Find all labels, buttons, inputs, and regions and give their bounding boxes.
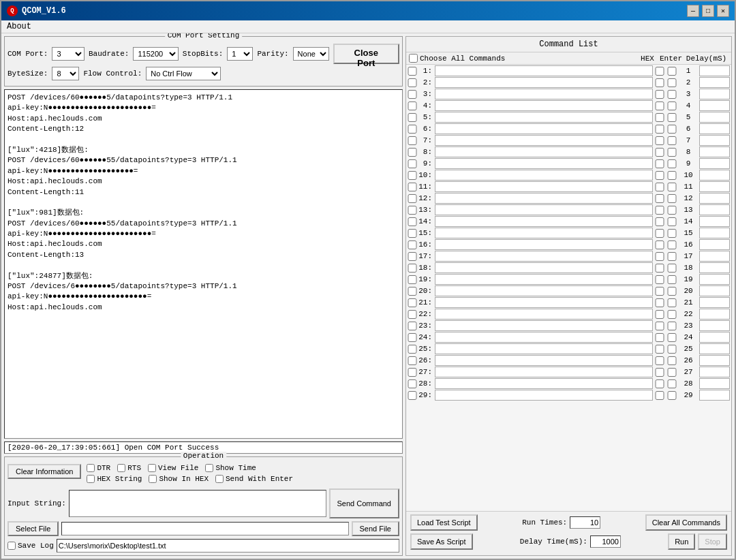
save-log-checkbox[interactable] bbox=[7, 542, 16, 550]
cmd-row-checkbox[interactable] bbox=[408, 171, 417, 180]
cmd-row-checkbox[interactable] bbox=[408, 102, 417, 110]
view-file-checkbox-item[interactable]: View File bbox=[148, 464, 198, 472]
cmd-enter-checkbox[interactable] bbox=[666, 345, 677, 354]
select-file-button[interactable]: Select File bbox=[7, 521, 59, 536]
cmd-enter-checkbox[interactable] bbox=[666, 194, 677, 203]
cmd-enter-checkbox[interactable] bbox=[666, 298, 677, 307]
cmd-enter-checkbox[interactable] bbox=[666, 287, 677, 296]
cmd-row-input[interactable] bbox=[435, 112, 653, 123]
cmd-enter-checkbox[interactable] bbox=[666, 229, 677, 238]
cmd-hex-checkbox[interactable] bbox=[654, 333, 665, 342]
close-port-button[interactable]: Close Port bbox=[333, 44, 399, 64]
cmd-hex-checkbox[interactable] bbox=[654, 102, 665, 110]
cmd-row-delay-input[interactable] bbox=[699, 158, 730, 169]
cmd-hex-checkbox[interactable] bbox=[654, 391, 665, 400]
cmd-row-input[interactable] bbox=[435, 332, 653, 343]
cmd-hex-checkbox[interactable] bbox=[654, 78, 665, 87]
cmd-enter-checkbox[interactable] bbox=[666, 356, 677, 365]
cmd-enter-checkbox[interactable] bbox=[666, 379, 677, 388]
cmd-hex-checkbox[interactable] bbox=[654, 113, 665, 122]
cmd-row-checkbox[interactable] bbox=[408, 298, 417, 307]
cmd-row-checkbox[interactable] bbox=[408, 368, 417, 377]
cmd-row-delay-input[interactable] bbox=[699, 216, 730, 227]
cmd-row-input[interactable] bbox=[435, 262, 653, 273]
stopbits-select[interactable]: 1 bbox=[227, 47, 253, 61]
cmd-row-checkbox[interactable] bbox=[408, 356, 417, 365]
cmd-enter-checkbox[interactable] bbox=[666, 102, 677, 110]
cmd-enter-checkbox[interactable] bbox=[666, 171, 677, 180]
cmd-row-delay-input[interactable] bbox=[699, 367, 730, 377]
cmd-enter-checkbox[interactable] bbox=[666, 217, 677, 226]
cmd-hex-checkbox[interactable] bbox=[654, 322, 665, 330]
cmd-hex-checkbox[interactable] bbox=[654, 275, 665, 284]
cmd-row-delay-input[interactable] bbox=[699, 355, 730, 366]
cmd-hex-checkbox[interactable] bbox=[654, 345, 665, 354]
load-script-button[interactable]: Load Test Script bbox=[410, 514, 478, 531]
cmd-row-delay-input[interactable] bbox=[699, 123, 730, 134]
cmd-row-delay-input[interactable] bbox=[699, 146, 730, 157]
cmd-row-input[interactable] bbox=[435, 378, 653, 389]
cmd-row-input[interactable] bbox=[435, 320, 653, 331]
run-button[interactable]: Run bbox=[668, 533, 695, 550]
cmd-enter-checkbox[interactable] bbox=[666, 322, 677, 330]
minimize-button[interactable]: — bbox=[687, 5, 699, 17]
cmd-hex-checkbox[interactable] bbox=[654, 298, 665, 307]
cmd-enter-checkbox[interactable] bbox=[666, 113, 677, 122]
cmd-row-checkbox[interactable] bbox=[408, 113, 417, 122]
bytesize-select[interactable]: 8 bbox=[52, 67, 79, 80]
cmd-row-checkbox[interactable] bbox=[408, 275, 417, 284]
cmd-row-checkbox[interactable] bbox=[408, 183, 417, 191]
stop-button[interactable]: Stop bbox=[698, 533, 727, 550]
show-in-hex-checkbox-item[interactable]: Show In HEX bbox=[149, 475, 209, 483]
cmd-row-checkbox[interactable] bbox=[408, 391, 417, 400]
cmd-row-delay-input[interactable] bbox=[699, 378, 730, 389]
cmd-hex-checkbox[interactable] bbox=[654, 125, 665, 134]
rts-checkbox-item[interactable]: RTS bbox=[117, 464, 141, 472]
cmd-enter-checkbox[interactable] bbox=[666, 310, 677, 319]
cmd-row-input[interactable] bbox=[435, 193, 653, 204]
cmd-enter-checkbox[interactable] bbox=[666, 159, 677, 168]
cmd-hex-checkbox[interactable] bbox=[654, 264, 665, 273]
cmd-hex-checkbox[interactable] bbox=[654, 368, 665, 377]
cmd-row-delay-input[interactable] bbox=[699, 135, 730, 146]
baudrate-select[interactable]: 115200 bbox=[133, 47, 178, 61]
cmd-row-input[interactable] bbox=[435, 297, 653, 308]
show-time-checkbox[interactable] bbox=[205, 464, 213, 472]
cmd-row-input[interactable] bbox=[435, 274, 653, 285]
cmd-enter-checkbox[interactable] bbox=[666, 67, 677, 76]
cmd-enter-checkbox[interactable] bbox=[666, 264, 677, 273]
cmd-hex-checkbox[interactable] bbox=[654, 171, 665, 180]
maximize-button[interactable]: □ bbox=[702, 5, 714, 17]
cmd-row-input[interactable] bbox=[435, 239, 653, 250]
cmd-row-checkbox[interactable] bbox=[408, 136, 417, 145]
show-time-checkbox-item[interactable]: Show Time bbox=[205, 464, 256, 472]
cmd-row-input[interactable] bbox=[435, 123, 653, 134]
cmd-hex-checkbox[interactable] bbox=[654, 136, 665, 145]
cmd-row-input[interactable] bbox=[435, 100, 653, 111]
cmd-enter-checkbox[interactable] bbox=[666, 148, 677, 157]
run-times-input[interactable] bbox=[570, 516, 600, 529]
cmd-row-checkbox[interactable] bbox=[408, 345, 417, 354]
cmd-enter-checkbox[interactable] bbox=[666, 206, 677, 215]
cmd-row-input[interactable] bbox=[435, 367, 653, 377]
cmd-row-delay-input[interactable] bbox=[699, 181, 730, 192]
cmd-row-delay-input[interactable] bbox=[699, 112, 730, 123]
cmd-row-input[interactable] bbox=[435, 285, 653, 296]
cmd-row-delay-input[interactable] bbox=[699, 77, 730, 88]
clear-info-button[interactable]: Clear Information bbox=[7, 464, 81, 479]
cmd-hex-checkbox[interactable] bbox=[654, 206, 665, 215]
cmd-row-delay-input[interactable] bbox=[699, 343, 730, 354]
send-with-enter-checkbox[interactable] bbox=[215, 475, 224, 483]
cmd-hex-checkbox[interactable] bbox=[654, 252, 665, 261]
cmd-enter-checkbox[interactable] bbox=[666, 368, 677, 377]
cmd-row-checkbox[interactable] bbox=[408, 379, 417, 388]
cmd-row-delay-input[interactable] bbox=[699, 251, 730, 262]
cmd-row-input[interactable] bbox=[435, 89, 653, 99]
dtr-checkbox-item[interactable]: DTR bbox=[87, 464, 110, 472]
cmd-row-input[interactable] bbox=[435, 170, 653, 181]
save-log-path-input[interactable] bbox=[57, 539, 399, 553]
cmd-enter-checkbox[interactable] bbox=[666, 240, 677, 249]
cmd-row-checkbox[interactable] bbox=[408, 322, 417, 330]
cmd-enter-checkbox[interactable] bbox=[666, 125, 677, 134]
cmd-enter-checkbox[interactable] bbox=[666, 252, 677, 261]
